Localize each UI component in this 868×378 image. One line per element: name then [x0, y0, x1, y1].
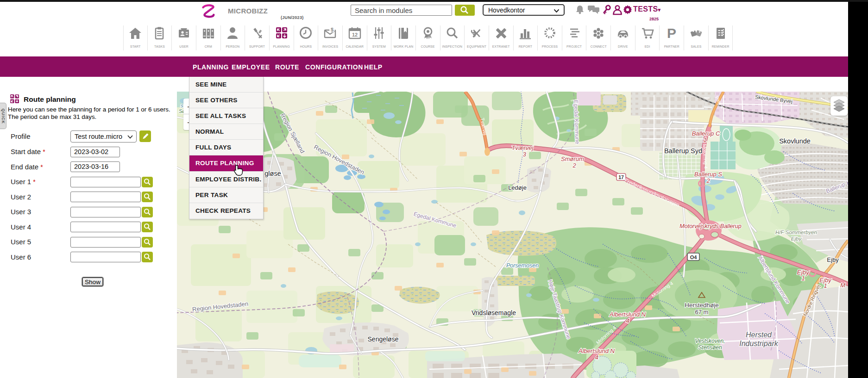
- svg-text:gløse: gløse: [264, 170, 281, 177]
- svg-text:Ledøje: Ledøje: [508, 184, 527, 191]
- svg-text:Industripark: Industripark: [739, 340, 779, 347]
- svg-text:M: M: [840, 282, 845, 289]
- svg-text:2: 2: [572, 162, 576, 169]
- svg-text:4: 4: [626, 317, 629, 324]
- svg-text:Ejby: Ejby: [827, 256, 839, 263]
- svg-text:1: 1: [824, 282, 827, 289]
- svg-text:Motorvejskryds Ballerup: Motorvejskryds Ballerup: [679, 223, 741, 229]
- svg-text:Ejby: Ejby: [791, 236, 802, 242]
- svg-text:Sengeløse: Sengeløse: [368, 335, 399, 343]
- svg-text:67 m: 67 m: [695, 309, 709, 316]
- svg-text:Ballerup C: Ballerup C: [692, 130, 720, 137]
- svg-text:Tværvej: Tværvej: [512, 144, 534, 151]
- svg-text:17: 17: [618, 174, 624, 180]
- svg-text:12: 12: [352, 32, 358, 37]
- svg-text:3: 3: [522, 151, 526, 158]
- svg-text:Albertslund N: Albertslund N: [609, 311, 646, 318]
- svg-text:1: 1: [703, 136, 706, 143]
- svg-text:Smørum: Smørum: [561, 155, 584, 162]
- svg-text:Skovlunde: Skovlunde: [779, 137, 811, 145]
- svg-text:4: 4: [595, 354, 598, 361]
- svg-text:$: $: [331, 27, 333, 32]
- svg-text:Hersted: Hersted: [746, 331, 772, 339]
- svg-text:Stensøen: Stensøen: [698, 344, 722, 351]
- svg-text:O4: O4: [690, 254, 698, 260]
- svg-text:Ballerup Syd: Ballerup Syd: [664, 147, 702, 155]
- svg-text:Herstedhøje: Herstedhøje: [685, 302, 719, 309]
- svg-text:1: 1: [801, 275, 805, 282]
- svg-text:H/F Sommerbyen: H/F Sommerbyen: [775, 229, 817, 235]
- svg-text:2: 2: [706, 177, 710, 184]
- svg-text:Albertslund N: Albertslund N: [578, 347, 615, 354]
- svg-text:Vridsløsemagle: Vridsløsemagle: [472, 309, 516, 316]
- svg-text:P: P: [667, 26, 676, 40]
- svg-text:Porsemosen: Porsemosen: [506, 262, 539, 269]
- svg-text:Ballerup S: Ballerup S: [694, 171, 722, 178]
- svg-text:Vestskoven,: Vestskoven,: [695, 338, 725, 344]
